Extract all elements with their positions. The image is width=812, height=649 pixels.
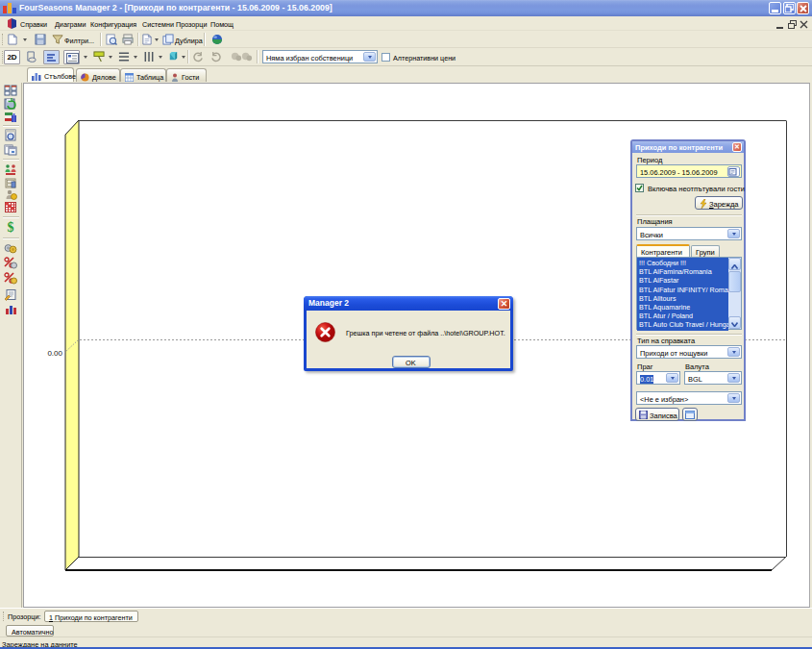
svg-text:0.00: 0.00 bbox=[47, 349, 62, 358]
svg-text:$: $ bbox=[8, 220, 14, 233]
